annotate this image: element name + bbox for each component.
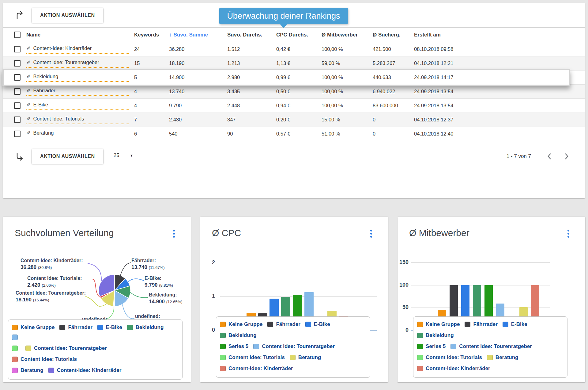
legend-swatch xyxy=(417,366,423,371)
row-checkbox[interactable] xyxy=(3,88,26,95)
cell-keywords: 15 xyxy=(134,60,169,66)
row-checkbox[interactable] xyxy=(3,74,26,81)
col-name[interactable]: Name xyxy=(26,32,134,38)
legend-item: Beratung xyxy=(12,365,43,375)
y-tick-label: 50 xyxy=(398,304,409,311)
keyword-groups-table-card: Überwachung deiner Rankings AKTION AUSWÄ… xyxy=(3,3,585,198)
action-select-button-bottom[interactable]: AKTION AUSWÄHLEN xyxy=(32,149,103,164)
row-checkbox[interactable] xyxy=(3,60,26,67)
dotted-underline xyxy=(26,95,129,96)
cell-cpc-durchs: 0,99 € xyxy=(276,75,322,80)
legend-item: E-Bike xyxy=(305,319,330,329)
legend-item: Content Idee: Tutorials xyxy=(417,353,482,362)
row-name[interactable]: ✎E-Bike xyxy=(26,101,134,110)
legend-label: E-Bike xyxy=(511,319,527,329)
legend-item xyxy=(12,346,21,351)
edit-pencil-icon: ✎ xyxy=(26,74,30,79)
pie-label-name: Content-Idee: Kinderräder: xyxy=(21,258,83,263)
legend-item: Bekleidung xyxy=(127,323,164,332)
chart-title: Suchvolumen Verteilung xyxy=(15,228,114,238)
table-row: ✎Bekleidung514.9002.9800,99 €100,00 %440… xyxy=(3,71,585,85)
legend-item: Series 5 xyxy=(417,342,446,351)
legend-swatch xyxy=(417,344,423,349)
legend-swatch xyxy=(12,368,18,373)
pie-label-value: 9.790 (8.81%) xyxy=(145,282,173,288)
col-suvo-summe[interactable]: ↑ Suvo. Summe xyxy=(169,32,227,38)
legend-label: Keine Gruppe xyxy=(426,319,460,329)
arrow-turn-right-icon xyxy=(15,11,24,20)
row-checkbox[interactable] xyxy=(3,46,26,52)
pie-label-name: Content Idee: Tutorials: xyxy=(27,276,82,281)
kebab-menu-icon[interactable] xyxy=(369,229,373,238)
cell-keywords: 4 xyxy=(134,89,169,94)
table-row: ✎Content Idee: Tourenratgeber1518.1901.2… xyxy=(3,56,585,71)
apply-action-top-icon[interactable] xyxy=(15,10,24,20)
pie-label-value: 36.280 (30.8%) xyxy=(21,264,52,270)
kebab-menu-icon[interactable] xyxy=(172,229,176,238)
row-name[interactable]: ✎Fährrader xyxy=(26,87,134,96)
group-name: Beratung xyxy=(33,130,54,136)
table-footer: AKTION AUSWÄHLEN 25 ▼ 1 - 7 von 7 xyxy=(3,141,585,164)
legend-item: Keine Gruppe xyxy=(220,319,262,329)
edit-pencil-icon: ✎ xyxy=(26,116,30,122)
legend-item: Content Idee: Tutorials xyxy=(220,353,285,362)
legend-label: Keine Gruppe xyxy=(21,323,55,332)
col-keywords[interactable]: Keywords xyxy=(134,32,169,38)
row-name[interactable]: ✎Content Idee: Tutorials xyxy=(26,115,134,124)
group-name: Content Idee: Tutorials xyxy=(33,116,84,122)
row-name[interactable]: ✎Beratung xyxy=(26,129,134,138)
legend-item: Fährrader xyxy=(465,319,497,329)
cell-suvo-summe: 9.790 xyxy=(169,103,227,109)
col-mitbewerber[interactable]: Ø Mitbewerber xyxy=(322,32,373,38)
pagination-prev-button[interactable] xyxy=(545,152,554,161)
select-all-checkbox[interactable] xyxy=(3,32,26,38)
page-size-select[interactable]: 25 ▼ xyxy=(111,152,134,161)
cell-mitbewerber: 100,00 % xyxy=(322,46,373,52)
cell-keywords: 7 xyxy=(134,117,169,123)
charts-row: Suchvolumen Verteilung Fährrader:13.740 … xyxy=(3,217,585,382)
legend-label: Content Idee: Tourenratgeber xyxy=(262,342,335,351)
cell-sucherg: 421.500 xyxy=(373,46,414,52)
dotted-underline xyxy=(26,123,129,124)
kebab-menu-icon[interactable] xyxy=(566,229,571,238)
legend-item: Fährrader xyxy=(267,319,300,329)
legend-swatch xyxy=(487,355,493,360)
edit-pencil-icon: ✎ xyxy=(26,102,30,108)
table-header: Name Keywords ↑ Suvo. Summe Suvo. Durchs… xyxy=(3,28,585,42)
row-name[interactable]: ✎Content-Idee: Kinderräder xyxy=(26,45,134,54)
col-erstellt-am[interactable]: Erstellt am xyxy=(414,32,585,38)
pie-legend: Keine GruppeFährraderE-BikeBekleidungCon… xyxy=(8,319,183,380)
row-checkbox[interactable] xyxy=(3,102,26,109)
legend-label: Content Idee: Tutorials xyxy=(228,353,285,362)
edit-pencil-icon: ✎ xyxy=(26,88,30,94)
dotted-underline xyxy=(26,109,129,110)
legend-label: Content-Idee: Kinderräder xyxy=(57,365,122,375)
pie-label-name: Bekleidung: xyxy=(149,292,177,297)
suchvolumen-card: Suchvolumen Verteilung Fährrader:13.740 … xyxy=(3,217,191,382)
apply-action-bottom-icon[interactable] xyxy=(15,151,24,161)
y-tick-label: 150 xyxy=(398,259,409,266)
cell-keywords: 5 xyxy=(134,75,169,80)
cell-mitbewerber: 100,00 % xyxy=(322,75,373,80)
row-checkbox[interactable] xyxy=(3,131,26,137)
y-tick-label: 100 xyxy=(398,282,409,288)
legend-item: Bekleidung xyxy=(220,331,257,340)
cell-suvo-summe: 2.430 xyxy=(169,117,227,123)
col-sucherg[interactable]: Ø Sucherg. xyxy=(373,32,414,38)
legend-item: E-Bike xyxy=(503,319,527,329)
legend-swatch xyxy=(417,322,423,327)
col-cpc-durchs[interactable]: CPC Durchs. xyxy=(276,32,322,38)
col-suvo-durchs[interactable]: Suvo. Durchs. xyxy=(227,32,276,38)
group-name: Content-Idee: Kinderräder xyxy=(33,45,92,51)
action-select-button-top[interactable]: AKTION AUSWÄHLEN xyxy=(32,8,103,23)
row-name[interactable]: ✎Bekleidung xyxy=(26,73,134,82)
cell-erstellt-am: 04.10.2018 12:21 xyxy=(414,60,585,66)
cell-suvo-summe: 18.190 xyxy=(169,60,227,66)
row-name[interactable]: ✎Content Idee: Tourenratgeber xyxy=(26,59,134,68)
cell-sucherg: 0 xyxy=(373,131,414,137)
pie-label-name: E-Bike: xyxy=(145,276,161,281)
legend-item: Series 5 xyxy=(220,342,248,351)
legend-label: Content Idee: Tourenratgeber xyxy=(459,342,532,351)
pagination-next-button[interactable] xyxy=(562,152,571,161)
row-checkbox[interactable] xyxy=(3,117,26,123)
